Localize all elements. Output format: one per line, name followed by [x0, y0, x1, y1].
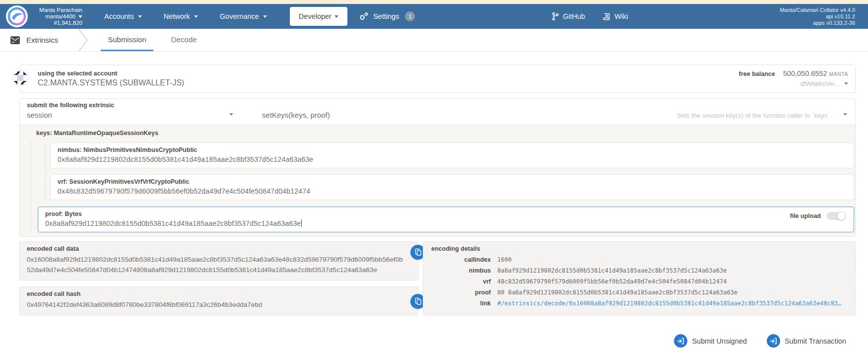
- detail-row-link: link #/extrinsics/decode/0x16008a8af929d…: [431, 300, 847, 307]
- section-title: Extrinsics: [26, 36, 58, 44]
- chain-info: Manta Parachain manta/4400 #1,941,820: [35, 7, 82, 26]
- chevron-down-icon: [229, 113, 233, 116]
- book-icon: [603, 12, 610, 21]
- encoding-details-box: encoding details callindex 1600 nimbus 8…: [423, 241, 856, 315]
- indent-guide: [45, 144, 46, 200]
- chevron-down-icon: [78, 15, 82, 18]
- nimbus-value: 0x8a8af929d1219802dc8155d0b5381c41d49a18…: [58, 155, 847, 163]
- best-block-number: #1,941,820: [35, 20, 82, 26]
- file-upload-control: file upload: [790, 212, 846, 220]
- account-section-label: using the selected account: [38, 70, 846, 77]
- toggle-knob: [837, 212, 846, 220]
- apps-version: apps v0.133.2-36: [780, 20, 855, 26]
- nav-item-accounts[interactable]: Accounts: [104, 12, 142, 20]
- free-balance-value: 500,050.6552 MANTA: [783, 70, 848, 77]
- text-cursor: [301, 219, 302, 227]
- detail-row-callindex: callindex 1600: [431, 256, 847, 263]
- selected-account-name[interactable]: C2.MANTA.SYSTEMS (SUBWALLET-JS): [38, 78, 846, 87]
- pallet-selected: session: [27, 111, 52, 119]
- output-area: encoded call data 0x16008a8af929d1219802…: [19, 241, 868, 315]
- encoded-call-data-box: encoded call data 0x16008a8af929d1219802…: [19, 241, 418, 281]
- encoded-call-hash-value: 0x49764142f2def4363a6089d8f0780be337804f…: [27, 299, 404, 310]
- settings-badge: 1: [405, 11, 415, 21]
- external-links: GitHub Wiki: [552, 4, 628, 29]
- detail-row-vrf: vrf 48c832d59679790f579d6009f5bb56ef0b52…: [431, 278, 847, 285]
- breadcrumb-chevron: [78, 29, 89, 51]
- main-content: using the selected account C2.MANTA.SYST…: [0, 52, 868, 348]
- extrinsic-section-label: submit the following extrinsic: [27, 102, 848, 109]
- account-card: using the selected account C2.MANTA.SYST…: [19, 65, 856, 93]
- submit-row: Submit Unsigned Submit Transaction: [0, 334, 846, 348]
- chevron-down-icon: [844, 82, 848, 85]
- chain-endpoint-selector[interactable]: manta/4400: [35, 13, 82, 20]
- encoded-call-hash-box: encoded call hash 0x49764142f2def4363a60…: [19, 287, 418, 315]
- proof-value[interactable]: 0x8a8af929d1219802dc8155d0b5381c41d49a18…: [45, 219, 847, 227]
- nimbus-input[interactable]: nimbus: NimbusPrimitivesNimbusCryptoPubl…: [50, 143, 854, 168]
- sign-in-icon: [674, 334, 687, 348]
- method-description: Sets the session key(s) of the function …: [677, 112, 831, 119]
- chevron-down-icon: [334, 15, 338, 18]
- tab-bar: Extrinsics Submission Decode: [0, 29, 868, 52]
- sign-in-icon: [767, 334, 780, 348]
- vrf-value: 0x48c832d59679790f579d6009f5bb56ef0b52da…: [58, 187, 847, 195]
- nimbus-label: nimbus: NimbusPrimitivesNimbusCryptoPubl…: [58, 146, 847, 153]
- pallet-dropdown[interactable]: session: [27, 111, 241, 120]
- version-info: Manta/Calamari Collator v4.4.0 api v10.1…: [780, 7, 855, 26]
- tab-decode[interactable]: Decode: [164, 29, 204, 51]
- params-section: keys: MantaRuntimeOpaqueSessionKeys nimb…: [20, 124, 855, 236]
- proof-input[interactable]: proof: Bytes 0x8a8af929d1219802dc8155d0b…: [38, 207, 854, 232]
- detail-row-nimbus: nimbus 8a8af929d1219802dc8155d0b5381c41d…: [431, 267, 847, 274]
- account-identicon[interactable]: [12, 70, 29, 88]
- node-version: Manta/Calamari Collator v4.4.0: [780, 7, 855, 13]
- balance-unit: MANTA: [829, 71, 848, 77]
- indent-guide: [31, 141, 31, 231]
- git-branch-icon: [552, 12, 559, 21]
- chain-name: Manta Parachain: [35, 7, 82, 13]
- extrinsics-icon: [10, 36, 20, 45]
- balance-block: free balance 500,050.6552 MANTA dfWbekcV…: [739, 70, 848, 87]
- section-heading: Extrinsics: [0, 29, 58, 51]
- manta-logo-icon: [7, 7, 26, 26]
- nav-item-network[interactable]: Network: [164, 12, 198, 20]
- chevron-down-icon: [843, 113, 847, 116]
- proof-label: proof: Bytes: [45, 211, 847, 217]
- detail-row-proof: proof 80 8a8af929d1219802dc8155d0b5381c4…: [431, 289, 847, 296]
- manta-logo[interactable]: [6, 5, 28, 27]
- github-link[interactable]: GitHub: [552, 12, 585, 21]
- vrf-label: vrf: SessionKeyPrimitivesVrfVrfCryptoPub…: [58, 178, 847, 185]
- submit-unsigned-button[interactable]: Submit Unsigned: [674, 334, 746, 348]
- api-version: api v10.11.2: [780, 13, 855, 20]
- app-header: Manta Parachain manta/4400 #1,941,820 Ac…: [0, 4, 868, 29]
- nav-item-settings[interactable]: Settings 1: [358, 11, 415, 21]
- copy-icon: [414, 248, 422, 256]
- free-balance-label: free balance: [739, 71, 775, 77]
- decode-link[interactable]: #/extrinsics/decode/0x16008a8af929d12198…: [497, 300, 845, 307]
- account-address-dropdown[interactable]: dfWbekcVei...: [739, 80, 848, 87]
- encoding-details-label: encoding details: [431, 245, 847, 252]
- encoded-call-data-value: 0x16008a8af929d1219802dc8155d0b5381c41d4…: [27, 254, 404, 275]
- copy-icon: [414, 297, 422, 305]
- submit-transaction-button[interactable]: Submit Transaction: [767, 334, 846, 348]
- gears-icon: [358, 12, 369, 21]
- vrf-input[interactable]: vrf: SessionKeyPrimitivesVrfVrfCryptoPub…: [50, 174, 854, 200]
- encoded-call-data-label: encoded call data: [27, 245, 411, 252]
- chevron-down-icon: [138, 15, 142, 18]
- file-upload-toggle[interactable]: [827, 212, 846, 220]
- keys-param-label: keys: MantaRuntimeOpaqueSessionKeys: [36, 129, 855, 137]
- chevron-down-icon: [263, 15, 267, 18]
- method-selected: setKeys(keys, proof): [262, 111, 330, 119]
- nav-item-governance[interactable]: Governance: [220, 12, 267, 20]
- method-dropdown[interactable]: setKeys(keys, proof) Sets the session ke…: [241, 111, 848, 120]
- wiki-link[interactable]: Wiki: [603, 12, 628, 21]
- tab-submission[interactable]: Submission: [101, 29, 153, 51]
- top-accent-strip: [0, 0, 868, 4]
- file-upload-label: file upload: [790, 213, 821, 219]
- nav-item-developer-active[interactable]: Developer: [290, 7, 347, 26]
- extrinsic-card: submit the following extrinsic session s…: [19, 98, 856, 237]
- encoded-call-hash-label: encoded call hash: [27, 290, 411, 297]
- settings-label: Settings: [373, 12, 399, 20]
- chevron-down-icon: [194, 15, 198, 18]
